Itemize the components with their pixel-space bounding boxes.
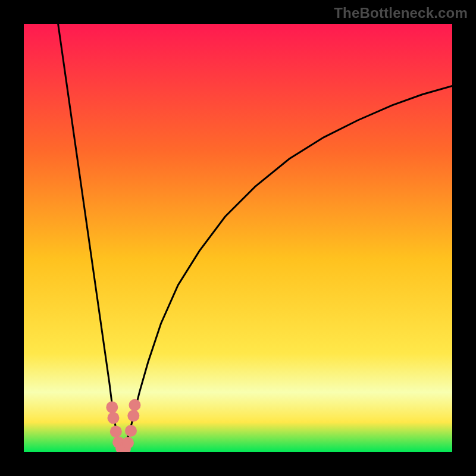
highlight-marker bbox=[110, 425, 122, 437]
highlight-marker bbox=[127, 410, 139, 422]
plot-area bbox=[24, 24, 452, 452]
bottleneck-curve bbox=[24, 24, 452, 452]
highlight-marker bbox=[122, 437, 134, 449]
highlight-marker bbox=[107, 412, 119, 424]
watermark-text: TheBottleneck.com bbox=[334, 5, 468, 21]
chart-frame: TheBottleneck.com bbox=[0, 0, 476, 476]
marker-cluster bbox=[106, 399, 140, 452]
highlight-marker bbox=[106, 401, 118, 413]
curve-right-branch bbox=[123, 86, 452, 450]
curve-left-branch bbox=[58, 24, 123, 450]
highlight-marker bbox=[125, 425, 137, 437]
highlight-marker bbox=[129, 399, 140, 411]
